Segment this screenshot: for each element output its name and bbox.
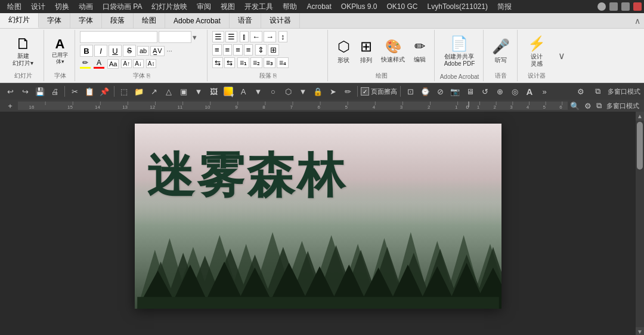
scroll-track[interactable] [636, 121, 644, 327]
font-size-aa[interactable]: Aa [107, 59, 119, 69]
tb2-img[interactable]: 🖼 [207, 85, 220, 98]
tb2-more[interactable]: » [538, 85, 551, 98]
multiwindow-label[interactable]: 多窗口模式 [608, 87, 640, 96]
highlight-color-button[interactable]: ✏ [80, 59, 91, 69]
redo-button[interactable]: ↪ [18, 85, 32, 98]
tb2-dropdown2[interactable]: ▼ [252, 85, 265, 98]
edit-draw-button[interactable]: ✏ 编辑 [409, 37, 431, 66]
tb2-polygon[interactable]: ⬡ [281, 85, 295, 98]
menu-review[interactable]: 审阅 [192, 1, 216, 13]
tb2-record[interactable]: ⊡ [404, 85, 417, 98]
tb2-copy[interactable]: 📋 [83, 85, 96, 98]
tb2-paste[interactable]: 📌 [98, 85, 111, 98]
vertical-scrollbar[interactable]: ▲ ▼ [636, 112, 644, 335]
scroll-down-arrow[interactable]: ▼ [636, 327, 644, 335]
scroll-up-arrow[interactable]: ▲ [636, 112, 644, 121]
justify-button[interactable]: ≡ [244, 44, 253, 56]
tab-design[interactable]: 设计器 [261, 13, 300, 28]
tb2-select[interactable]: ↗ [147, 85, 160, 98]
para-more3[interactable]: ≡₃ [264, 57, 275, 68]
menu-okplus[interactable]: OKPlus 9.0 [336, 1, 382, 12]
close-icon[interactable] [633, 2, 642, 11]
tb2-open[interactable]: 📁 [132, 85, 145, 98]
scroll-thumb[interactable] [637, 122, 643, 170]
tb2-circle[interactable]: ○ [267, 85, 280, 98]
dictate-button[interactable]: 🎤 听写 [489, 36, 513, 66]
multiwindow-icon[interactable]: ⧉ [591, 85, 604, 98]
fontused-button[interactable]: A 已用字体▾ [49, 36, 71, 67]
rtl-button[interactable]: ⇆ [212, 57, 223, 68]
tab-para[interactable]: 段落 [102, 13, 134, 28]
para-more4[interactable]: ≡₄ [277, 57, 289, 68]
tb2-print[interactable]: 🖨 [48, 85, 61, 98]
tb2-shape2[interactable]: ▣ [177, 85, 190, 98]
menu-view[interactable]: 视图 [216, 1, 240, 13]
tb2-snap[interactable]: 📷 [448, 85, 462, 98]
menu-lvyhtools[interactable]: LvyhTools(211021) [423, 1, 493, 12]
tb2-rotate[interactable]: ↺ [478, 85, 491, 98]
tab-font2[interactable]: 字体 [70, 13, 102, 28]
tb2-lock[interactable]: 🔒 [311, 85, 324, 98]
align-left-button[interactable]: ≡ [212, 44, 222, 56]
tb2-zoom[interactable]: ⊕ [493, 85, 506, 98]
new-slide-button[interactable]: 🗋 新建幻灯片▾ [10, 34, 36, 69]
tb2-shape1[interactable]: △ [162, 85, 175, 98]
ribbon-collapse-icon[interactable]: ∧ [634, 16, 640, 26]
font-size-dropdown[interactable]: ▾ [193, 33, 197, 42]
tb2-color-bg[interactable]: ▼ [222, 85, 235, 98]
restore-icon[interactable] [621, 2, 630, 11]
font-size-aa2[interactable]: A↕ [146, 59, 157, 68]
menu-slideshow[interactable]: 幻灯片放映 [147, 1, 192, 13]
ruler-add-button[interactable]: + [5, 100, 16, 111]
tab-draw[interactable]: 绘图 [134, 13, 165, 28]
text-shadow-button[interactable]: ab [137, 46, 149, 56]
menu-acrobat[interactable]: Acrobat [302, 1, 336, 12]
menu-help[interactable]: 帮助 [278, 1, 302, 13]
font-size-grow[interactable]: A↑ [121, 59, 132, 68]
menu-ok10[interactable]: OK10 GC [382, 1, 423, 12]
tab-acrobat[interactable]: Adobe Acrobat [165, 13, 230, 28]
align-right-button[interactable]: ≡ [233, 44, 243, 56]
menu-design[interactable]: 设计 [26, 1, 50, 13]
menu-animation[interactable]: 动画 [74, 1, 98, 13]
font-name-input[interactable] [80, 31, 157, 43]
design-ideas-button[interactable]: ⚡ 设计灵感 [525, 33, 549, 69]
arrange-button[interactable]: ⊞ 排列 [355, 36, 377, 66]
tb2-A-big[interactable]: A [523, 85, 536, 98]
tb2-new[interactable]: ⬚ [117, 85, 131, 98]
minimize-icon[interactable] [609, 2, 618, 11]
indent-increase-button[interactable]: → [264, 31, 276, 42]
tb2-save[interactable]: 💾 [33, 85, 47, 98]
underline-button[interactable]: U [109, 45, 122, 57]
list-bullets-button[interactable]: ☰ [212, 31, 224, 42]
tab-slide[interactable]: 幻灯片 [0, 13, 39, 28]
menu-jianbo[interactable]: 简报 [493, 1, 516, 13]
tb2-text-color[interactable]: A [237, 85, 250, 98]
quick-style-button[interactable]: 🎨 快速样式 [378, 37, 408, 66]
tb2-dropdown3[interactable]: ▼ [296, 85, 309, 98]
tb2-screen[interactable]: 🖥 [463, 85, 476, 98]
create-pdf-button[interactable]: 📄 创建并共享Adobe PDF [441, 33, 478, 69]
tb2-pen[interactable]: ✏ [341, 85, 354, 98]
ribbon-more[interactable]: ∨ [556, 30, 565, 81]
multiwindow-ruler-label[interactable]: 多窗口模式 [606, 102, 639, 110]
multiwindow-ruler-icon[interactable]: ⧉ [596, 101, 602, 110]
shapes-button[interactable]: ⬡ 形状 [333, 36, 354, 66]
para-more1[interactable]: ≡₁ [237, 57, 249, 68]
tb2-timer[interactable]: ⌚ [419, 85, 432, 98]
ribbon-expand-icon[interactable]: ∨ [558, 50, 565, 62]
line-height-button[interactable]: ↕ [278, 31, 287, 42]
menu-devtools[interactable]: 开发工具 [240, 1, 278, 13]
align-center-button[interactable]: ≡ [223, 44, 233, 56]
font-color-button[interactable]: A [94, 59, 104, 69]
settings-ruler-icon[interactable]: ⚙ [584, 102, 592, 110]
undo-button[interactable]: ↩ [4, 85, 17, 98]
strikethrough-button[interactable]: S [123, 45, 136, 57]
menu-pocket-anim[interactable]: 口袋动画 PA [98, 1, 147, 13]
italic-button[interactable]: I [94, 45, 107, 57]
font-size-shrink[interactable]: A↓ [133, 59, 144, 68]
tb2-dropdown1[interactable]: ▼ [192, 85, 205, 98]
settings-icon[interactable]: ⚙ [574, 85, 587, 98]
font-size-input[interactable]: 215.1 [159, 31, 191, 43]
pageheight-checkbox[interactable]: ✓ 页面擦高 [361, 87, 397, 96]
